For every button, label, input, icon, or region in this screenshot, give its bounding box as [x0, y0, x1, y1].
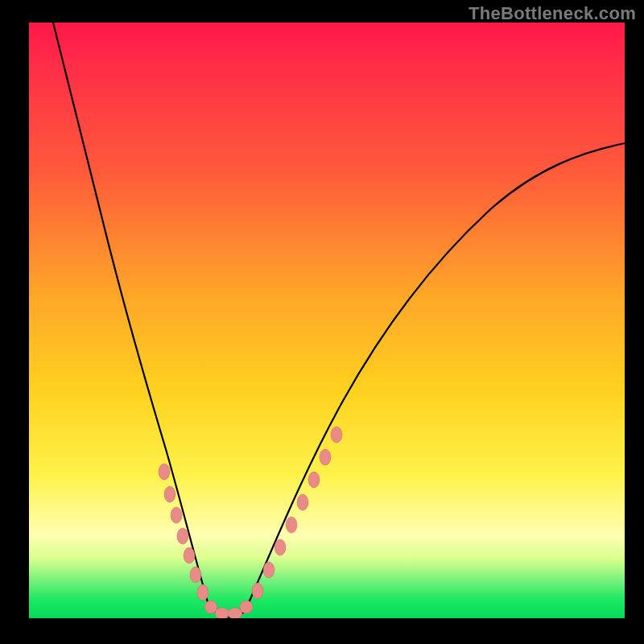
plot-area [29, 23, 625, 618]
dot [159, 464, 170, 480]
dot [263, 562, 275, 578]
watermark-text: TheBottleneck.com [469, 3, 636, 24]
dot [215, 608, 229, 618]
dot [190, 567, 201, 583]
chart-svg [29, 23, 625, 618]
dot [177, 528, 188, 544]
dot [331, 427, 342, 443]
dot [171, 507, 182, 523]
dot [297, 494, 308, 510]
dot [275, 539, 286, 555]
dot [240, 601, 253, 613]
dot [252, 583, 263, 599]
curve-right-branch [245, 143, 625, 612]
chart-frame: TheBottleneck.com [0, 0, 644, 644]
dot [164, 486, 175, 502]
curve-left-branch [53, 23, 219, 615]
dot [286, 517, 297, 533]
dot [197, 584, 208, 601]
dot [308, 472, 320, 488]
dot [184, 547, 195, 564]
dot [320, 449, 331, 465]
